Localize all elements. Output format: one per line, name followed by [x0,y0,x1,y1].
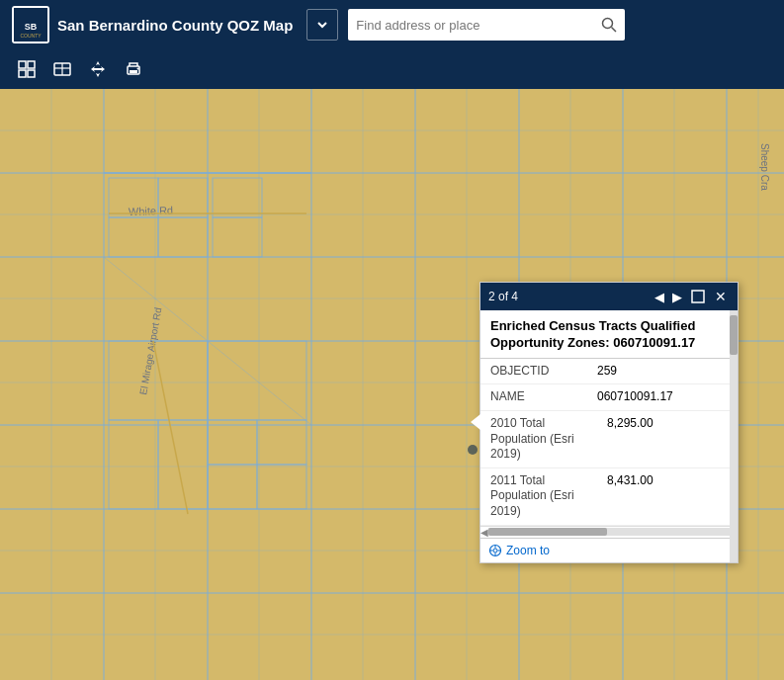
popup-field-pop2010: 2010 Total Population (Esri 2019) [490,416,599,463]
toolbar [0,49,784,89]
popup-prev-button[interactable]: ◀ [653,290,666,304]
search-container [348,9,625,41]
popup-body[interactable]: OBJECTID 259 NAME 060710091.17 2010 Tota… [480,359,738,526]
popup-value-pop2011: 8,431.00 [607,473,653,489]
svg-point-66 [468,445,478,455]
svg-text:Sheep Cra: Sheep Cra [759,143,770,191]
app-header: SB COUNTY San Bernardino County QOZ Map [0,0,784,49]
county-logo: SB COUNTY [12,6,49,43]
popup-nav: ◀ ▶ ✕ [653,289,730,304]
layers-button[interactable] [12,54,42,84]
vertical-scrollbar-thumb[interactable] [730,315,738,355]
popup-footer[interactable]: Zoom to [480,538,738,562]
move-button[interactable] [83,54,113,84]
popup-value-objectid: 259 [597,364,617,380]
svg-text:SB: SB [25,22,38,32]
svg-rect-7 [19,70,26,77]
svg-rect-6 [28,61,35,68]
svg-rect-8 [28,70,35,77]
map-container[interactable]: White Rd El Mirage Airport Rd Sheep Cra … [0,89,784,680]
popup-counter: 2 of 4 [488,290,518,303]
popup-field-pop2011: 2011 Total Population (Esri 2019) [490,473,599,520]
popup-value-name: 060710091.17 [597,389,673,405]
popup-arrow [471,414,480,430]
popup-row-name: NAME 060710091.17 [480,384,738,411]
scroll-left-button[interactable]: ◀ [480,526,488,538]
print-button[interactable] [119,54,148,84]
popup-close-button[interactable]: ✕ [712,289,730,304]
svg-point-69 [493,549,497,552]
svg-point-15 [137,68,139,70]
popup-title: Enriched Census Tracts Qualified Opportu… [490,318,728,352]
popup-row-pop2011: 2011 Total Population (Esri 2019) 8,431.… [480,468,738,526]
popup-row-objectid: OBJECTID 259 [480,359,738,385]
logo-area: SB COUNTY San Bernardino County QOZ Map [12,6,293,43]
popup: 2 of 4 ◀ ▶ ✕ Enriched Census Tracts Qual… [479,282,739,563]
horizontal-scrollbar-thumb[interactable] [488,528,607,536]
svg-point-3 [603,19,613,29]
popup-value-pop2010: 8,295.00 [607,416,653,432]
basemap-button[interactable] [47,54,77,84]
zoom-to-label: Zoom to [506,544,550,557]
svg-text:White Rd: White Rd [129,204,174,217]
svg-rect-67 [692,291,704,302]
search-button[interactable] [601,17,617,33]
popup-maximize-button[interactable] [688,290,708,303]
search-input[interactable] [356,18,601,33]
popup-field-name: NAME [490,389,589,405]
app-title: San Bernardino County QOZ Map [57,17,293,34]
popup-next-button[interactable]: ▶ [670,290,684,304]
svg-rect-14 [130,70,137,73]
svg-line-4 [612,28,617,33]
svg-text:COUNTY: COUNTY [20,33,42,39]
dropdown-button[interactable] [306,9,338,41]
popup-title-area: Enriched Census Tracts Qualified Opportu… [480,310,738,359]
vertical-scrollbar-track[interactable] [730,310,738,562]
popup-header: 2 of 4 ◀ ▶ ✕ [480,283,738,310]
popup-field-objectid: OBJECTID [490,364,589,380]
svg-marker-12 [91,61,105,77]
svg-rect-5 [19,61,26,68]
popup-row-pop2010: 2010 Total Population (Esri 2019) 8,295.… [480,411,738,468]
